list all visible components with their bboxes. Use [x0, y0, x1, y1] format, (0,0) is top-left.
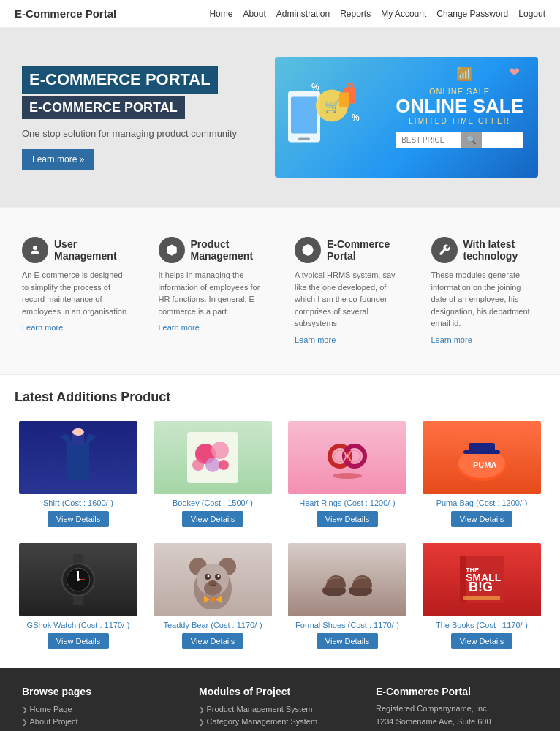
svg-point-41	[77, 578, 80, 581]
flowers-svg	[183, 428, 242, 487]
footer-browse-title: Browse pages	[22, 686, 184, 697]
hero-subtitle: One stop solution for managing product c…	[22, 128, 237, 139]
product-image-watch	[19, 543, 137, 616]
product-image-book: THE SMALL B!G	[423, 543, 541, 616]
feature-desc-ecommerce: A typical HRMS system, say like the one …	[295, 269, 402, 330]
products-grid: Shirt (Cost : 1600/-) View Details Booke…	[15, 417, 545, 654]
svg-text:B!G: B!G	[469, 580, 493, 594]
shoes-svg	[318, 550, 377, 609]
hero-left: E-COMMERCE PORTAL E-COMMERCE PORTAL One …	[22, 66, 237, 170]
product-card-shoes: Formal Shoes (Cost : 1170/-) View Detail…	[284, 539, 411, 654]
footer-browse-col: Browse pages Home Page About Project Log…	[22, 686, 184, 732]
rings-svg	[318, 428, 377, 487]
svg-rect-32	[469, 443, 495, 452]
view-details-shoes[interactable]: View Details	[317, 633, 378, 649]
hero-banner-image: 🛒 % % ONLINE SALE ONLINE SALE LIMITED TI…	[275, 57, 538, 178]
svg-point-19	[211, 442, 229, 459]
hero-title-2: E-COMMERCE PORTAL	[22, 96, 185, 119]
learn-more-button[interactable]: Learn more	[22, 149, 94, 170]
footer-contact-col: E-Commerce Portal Registered Companyname…	[376, 686, 538, 732]
feature-icon-ecommerce: E-Commerce Portal	[295, 237, 402, 263]
footer-link-category-mgmt[interactable]: Category Management System	[199, 717, 361, 726]
view-details-book[interactable]: View Details	[451, 633, 512, 649]
view-details-bookey[interactable]: View Details	[182, 511, 243, 527]
shirt-svg	[56, 428, 100, 487]
limited-offer-text: LIMITED TIME OFFER	[396, 117, 523, 125]
footer-company: Registered Companyname, Inc.	[376, 702, 538, 716]
feature-link-product[interactable]: Learn more	[159, 323, 200, 332]
footer-address: Registered Companyname, Inc. 1234 Somena…	[376, 702, 538, 732]
svg-text:%: %	[311, 81, 319, 91]
svg-text:PUMA: PUMA	[473, 461, 496, 469]
banner-search-input[interactable]	[396, 133, 461, 147]
feature-ecommerce-portal: E-Commerce Portal A typical HRMS system,…	[287, 230, 409, 352]
nav-about[interactable]: About	[243, 9, 265, 19]
nav-brand: E-Commerce Portal	[15, 7, 116, 20]
feature-link-ecommerce[interactable]: Learn more	[295, 336, 336, 344]
feature-title-user: User Management	[54, 238, 129, 262]
products-section: Latest Additions Product Shirt (Cost : 1…	[0, 375, 560, 668]
product-card-rings: Heart Rings (Cost : 1200/-) View Details	[284, 417, 411, 531]
product-name-book: The Books (Cost : 1170/-)	[423, 621, 541, 629]
bear-svg	[183, 550, 242, 609]
nav-links: Home About Adminstration Reports My Acco…	[209, 9, 545, 19]
online-sale-text: ONLINE SALE	[396, 96, 523, 117]
banner-search-button[interactable]: 🔍	[461, 132, 482, 148]
product-name-bookey: Bookey (Cost : 1500/-)	[154, 499, 272, 507]
footer-link-product-mgmt[interactable]: Product Management System	[199, 705, 361, 713]
footer-link-about[interactable]: About Project	[22, 717, 184, 726]
feature-title-product: Product Management	[191, 238, 266, 262]
view-details-watch[interactable]: View Details	[48, 633, 109, 649]
product-card-shirt: Shirt (Cost : 1600/-) View Details	[15, 417, 142, 531]
bag-svg: PUMA	[453, 428, 511, 487]
footer-modules-list: Product Management System Category Manag…	[199, 705, 361, 732]
product-image-bookey	[154, 421, 272, 494]
footer-modules-col: Modules of Project Product Management Sy…	[199, 686, 361, 732]
product-card-book: THE SMALL B!G The Books (Cost : 1170/-) …	[418, 539, 545, 654]
product-name-bag: Puma Bag (Cost : 1200/-)	[423, 499, 541, 507]
ecommerce-portal-icon	[301, 243, 314, 257]
nav-administration[interactable]: Adminstration	[276, 9, 330, 19]
feature-link-tech[interactable]: Learn more	[431, 336, 472, 344]
nav-myaccount[interactable]: My Account	[381, 9, 426, 19]
feature-link-user[interactable]: Learn more	[22, 323, 63, 332]
svg-rect-62	[463, 596, 500, 600]
product-name-watch: GShok Watch (Cost : 1170/-)	[19, 621, 137, 629]
wifi-icon: 📶	[456, 66, 472, 82]
hero-section: E-COMMERCE PORTAL E-COMMERCE PORTAL One …	[0, 28, 560, 207]
feature-latest-tech: With latest technology These modules gen…	[424, 230, 546, 352]
footer-link-home[interactable]: Home Page	[22, 705, 184, 713]
user-management-icon	[29, 243, 42, 257]
feature-user-management: User Management An E-commerce is designe…	[15, 230, 137, 352]
view-details-shirt[interactable]: View Details	[48, 511, 109, 527]
product-name-shoes: Formal Shoes (Cost : 1170/-)	[288, 621, 406, 629]
product-card-bag: PUMA Puma Bag (Cost : 1200/-) View Detai…	[418, 417, 545, 531]
product-card-bookey: Bookey (Cost : 1500/-) View Details	[149, 417, 276, 531]
cart-illustration: 🛒 % %	[282, 76, 370, 156]
nav-changepassword[interactable]: Change Password	[436, 9, 508, 19]
svg-rect-1	[291, 96, 317, 133]
svg-text:🛒: 🛒	[325, 97, 341, 113]
view-details-bear[interactable]: View Details	[182, 633, 243, 649]
heart-icon: ❤	[509, 64, 520, 80]
nav-reports[interactable]: Reports	[340, 9, 371, 19]
footer-grid: Browse pages Home Page About Project Log…	[22, 686, 538, 732]
feature-desc-product: It helps in managing the information of …	[159, 269, 266, 317]
watch-svg	[53, 550, 104, 609]
features-section: User Management An E-commerce is designe…	[0, 207, 560, 375]
footer-brand: E-Commerce Portal	[376, 686, 538, 697]
svg-rect-7	[339, 92, 349, 107]
product-name-rings: Heart Rings (Cost : 1200/-)	[288, 499, 406, 507]
feature-icon-tech: With latest technology	[431, 237, 539, 263]
navbar: E-Commerce Portal Home About Adminstrati…	[0, 0, 560, 28]
nav-logout[interactable]: Logout	[518, 9, 545, 19]
view-details-rings[interactable]: View Details	[317, 511, 378, 527]
tech-icon	[438, 243, 451, 257]
product-image-shirt	[19, 421, 137, 494]
svg-marker-14	[60, 434, 72, 443]
feature-title-ecommerce: E-Commerce Portal	[327, 238, 402, 262]
view-details-bag[interactable]: View Details	[451, 511, 512, 527]
svg-point-24	[344, 446, 365, 466]
nav-home[interactable]: Home	[209, 9, 232, 19]
feature-desc-tech: These modules generate information on th…	[431, 269, 539, 330]
